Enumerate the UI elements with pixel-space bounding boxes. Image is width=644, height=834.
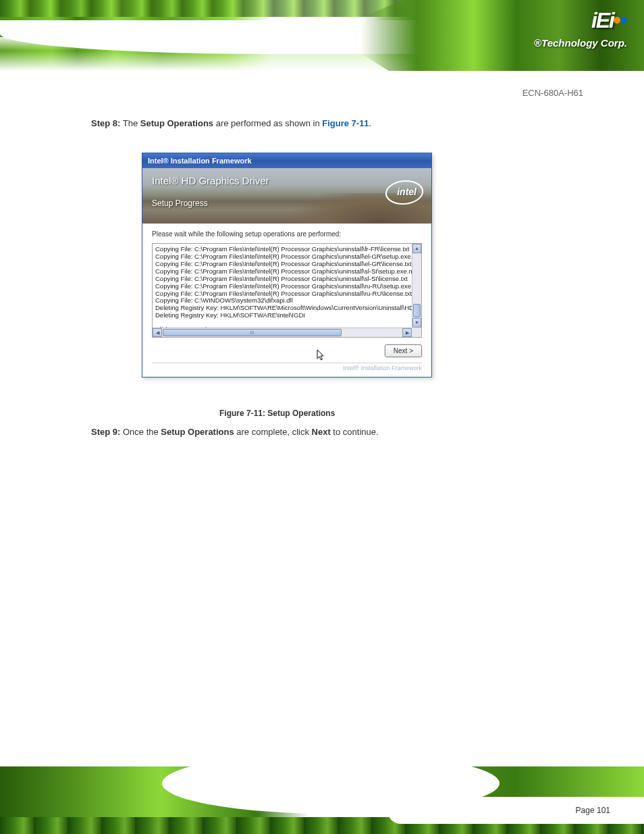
page-number: Page 101 [576,806,610,815]
window-titlebar[interactable]: Intel® Installation Framework [142,153,431,168]
intel-logo-text: intel [397,186,417,197]
bottom-decorative-banner [0,766,644,834]
next-button[interactable]: Next > [385,344,422,357]
scroll-corner [412,328,421,337]
brand-tagline: ®Technology Corp. [534,37,627,49]
scroll-right-icon[interactable]: ▶ [402,328,412,337]
vertical-scroll-thumb[interactable] [413,304,421,317]
installer-subtitle: Setup Progress [152,199,422,208]
figure-caption: Figure 7-11: Setup Operations [219,409,335,418]
installer-product-title: Intel® HD Graphics Driver [152,175,422,186]
progress-instruction-text: Please wait while the following setup op… [152,230,422,238]
setup-log-box: Copying File: C:\Program Files\Intel\Int… [152,243,422,338]
vertical-scrollbar[interactable]: ▲ ▼ [412,244,421,328]
scroll-down-icon[interactable]: ▼ [412,318,421,328]
step-9-text: Step 9: Once the Setup Operations are co… [91,427,379,437]
horizontal-scroll-thumb[interactable] [163,329,342,336]
log-line: Copying File: C:\Program Files\Intel\Int… [155,276,419,283]
log-line: Deleting Registry Key: HKLM\SOFTWARE\Int… [155,312,419,319]
scroll-left-icon[interactable]: ◀ [153,328,162,337]
installer-header-banner: Intel® HD Graphics Driver Setup Progress… [142,168,431,224]
scroll-up-icon[interactable]: ▲ [412,244,421,253]
horizontal-scrollbar[interactable]: ◀ ▶ [153,328,412,337]
installer-footer-text: Intel® Installation Framework [152,363,422,371]
installer-window: Intel® Installation Framework Intel® HD … [142,153,432,377]
top-decorative-banner [0,0,644,71]
log-line: Copying File: C:\Program Files\Intel\Int… [155,283,419,290]
step-8-text: Step 8: The Setup Operations are perform… [91,118,371,128]
mouse-cursor-icon [317,349,326,363]
setup-log-content: Copying File: C:\Program Files\Intel\Int… [153,244,421,336]
document-header-model: ECN-680A-H61 [522,88,583,98]
brand-logo: iEi [591,8,627,33]
